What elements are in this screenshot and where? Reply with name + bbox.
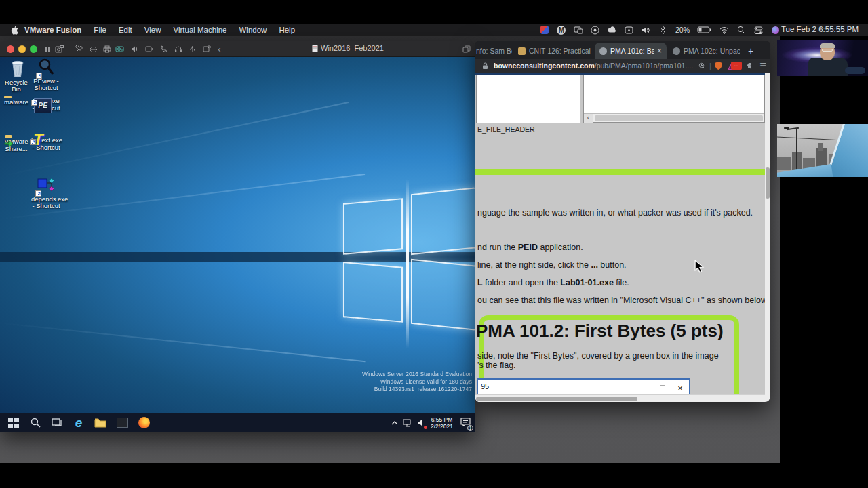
lock-icon[interactable] bbox=[480, 61, 490, 70]
desktop-icon-recycle-bin[interactable]: Recycle Bin bbox=[1, 60, 31, 94]
windows-taskbar[interactable]: e 6:55 PM 2/2/2021 1 bbox=[0, 413, 475, 432]
battery-icon bbox=[697, 25, 712, 35]
printer-icon[interactable] bbox=[102, 44, 112, 54]
cloud-upload-icon[interactable] bbox=[608, 25, 617, 35]
sound-icon[interactable] bbox=[130, 44, 140, 54]
tray-network-icon[interactable] bbox=[403, 419, 412, 427]
pause-vm-icon[interactable] bbox=[42, 44, 52, 54]
settings-wrench-icon[interactable] bbox=[73, 44, 83, 54]
menu-view[interactable]: View bbox=[144, 26, 161, 34]
tray-volume-icon[interactable] bbox=[417, 417, 426, 429]
chrome-window: nfo: Sam Bow CNIT 126: Practical Malwa P… bbox=[475, 41, 770, 402]
menu-window[interactable]: Window bbox=[239, 26, 267, 34]
taskbar-clock[interactable]: 6:55 PM 2/2/2021 bbox=[431, 416, 453, 430]
phone-icon[interactable] bbox=[159, 44, 169, 54]
hard-disk-icon[interactable] bbox=[115, 44, 125, 54]
url-domain[interactable]: bowneconsultingcontent.com bbox=[494, 62, 595, 70]
desktop-icon-peview[interactable]: PEview - Shortcut bbox=[31, 58, 61, 92]
extension-badge-icon[interactable]: ... bbox=[731, 62, 742, 70]
close-button[interactable] bbox=[7, 45, 14, 53]
vmware-window: ‹ Win2016_Feb2021 Recycle Bin bbox=[0, 41, 475, 432]
mac-menubar: VMware Fusion File Edit View Virtual Mac… bbox=[0, 24, 868, 36]
pane-scrollbar[interactable]: ‹ bbox=[584, 113, 764, 122]
menu-virtual-machine[interactable]: Virtual Machine bbox=[173, 26, 226, 34]
battery-percent[interactable]: 20% bbox=[675, 26, 690, 34]
menubar-app-name[interactable]: VMware Fusion bbox=[24, 26, 81, 34]
tab-pma-101c-active[interactable]: PMA 101c: Basic Static × bbox=[595, 43, 667, 59]
dialog-close-icon: × bbox=[675, 384, 685, 392]
recorder-app-icon[interactable] bbox=[540, 25, 549, 35]
vm-doc-icon bbox=[312, 45, 318, 52]
scrollbar-thumb[interactable] bbox=[595, 115, 763, 121]
menu-file[interactable]: File bbox=[94, 26, 106, 34]
task-view-icon[interactable] bbox=[49, 415, 65, 431]
internet-explorer-icon[interactable]: e bbox=[71, 415, 87, 431]
desktop-icon-malware-folder[interactable]: malware bbox=[1, 99, 31, 106]
tab-close-icon[interactable]: × bbox=[657, 46, 662, 56]
tab-cnit-126[interactable]: CNIT 126: Practical Malwa bbox=[513, 43, 593, 59]
dialog-maximize-icon bbox=[658, 384, 667, 392]
play-circle-icon[interactable] bbox=[591, 25, 600, 35]
resize-arrows-icon[interactable] bbox=[88, 44, 98, 54]
malwarebytes-icon[interactable]: M bbox=[557, 25, 566, 35]
lamp-post bbox=[796, 128, 797, 171]
screen: VMware Fusion File Edit View Virtual Mac… bbox=[0, 0, 868, 488]
desktop-icon-vmware-share[interactable]: VMware Share... bbox=[1, 138, 31, 152]
tray-chevron-icon[interactable] bbox=[391, 420, 398, 425]
input-source-icon[interactable] bbox=[625, 25, 634, 35]
fullscreen-icon[interactable] bbox=[461, 44, 471, 54]
green-box-line-2: 's the flag. bbox=[477, 361, 516, 370]
desktop-icon-depends[interactable]: depends.exe - Shortcut bbox=[31, 176, 61, 210]
tab-sam-bowne[interactable]: nfo: Sam Bow bbox=[475, 43, 512, 59]
start-button[interactable] bbox=[5, 415, 22, 431]
ublock-shield-icon[interactable] bbox=[714, 61, 724, 70]
body-line-4: L folder and open the Lab01-01.exe file. bbox=[477, 278, 629, 287]
wifi-icon[interactable] bbox=[719, 25, 729, 35]
control-center-icon[interactable] bbox=[753, 25, 763, 35]
zoom-page-icon[interactable] bbox=[697, 61, 707, 70]
volume-icon[interactable] bbox=[642, 25, 651, 35]
headset-icon[interactable] bbox=[173, 44, 183, 54]
display-mirroring-icon[interactable] bbox=[574, 25, 583, 35]
action-center-icon[interactable]: 1 bbox=[460, 417, 471, 429]
file-explorer-icon[interactable] bbox=[92, 415, 108, 431]
url-path[interactable]: /pub/PMA/pma101a/pma101.... bbox=[595, 62, 693, 70]
desktop-icon-bintext[interactable]: T bintext.exe - Shortcut bbox=[31, 137, 61, 151]
app-window-icon[interactable] bbox=[114, 415, 130, 431]
windows-logo-pane bbox=[411, 259, 475, 333]
spotlight-search-icon[interactable] bbox=[736, 25, 746, 35]
minimize-button[interactable] bbox=[18, 45, 26, 53]
browser-h-scrollbar[interactable] bbox=[475, 394, 765, 402]
pe-header-label: E_FILE_HEADER bbox=[477, 125, 535, 134]
desktop-icon-peid[interactable]: PE PEiD.exe - Shortcut bbox=[31, 98, 61, 112]
bluetooth-icon[interactable] bbox=[658, 25, 668, 35]
menu-help[interactable]: Help bbox=[279, 26, 295, 34]
menubar-clock[interactable]: Tue Feb 2 6:55:55 PM bbox=[781, 25, 859, 33]
browser-menu-icon[interactable]: ☰ bbox=[760, 62, 766, 70]
collapse-toolbar-icon[interactable]: ‹ bbox=[214, 44, 224, 54]
new-tab-icon[interactable]: + bbox=[743, 43, 755, 59]
webcam-city-view bbox=[777, 124, 868, 177]
snapshot-icon[interactable] bbox=[54, 44, 64, 54]
firefox-icon[interactable] bbox=[136, 415, 152, 431]
apple-menu-icon[interactable] bbox=[9, 25, 19, 35]
windows-desktop[interactable]: Recycle Bin PEview - Shortcut malware PE… bbox=[0, 57, 475, 413]
mouse-cursor bbox=[693, 260, 705, 273]
h-scrollbar-thumb[interactable] bbox=[476, 396, 637, 401]
tab-pma-102c[interactable]: PMA 102c: Unpacking (15 bbox=[668, 43, 740, 59]
zoom-button[interactable] bbox=[30, 45, 37, 53]
taskbar-search-icon[interactable] bbox=[27, 415, 43, 431]
extensions-puzzle-icon[interactable] bbox=[745, 61, 754, 70]
usb-icon[interactable] bbox=[187, 44, 197, 54]
scroll-left-icon[interactable]: ‹ bbox=[584, 114, 593, 123]
dialog-minimize-icon bbox=[639, 384, 648, 392]
wallpaper-horizon-band bbox=[0, 252, 475, 262]
vmware-titlebar[interactable]: ‹ Win2016_Feb2021 bbox=[0, 41, 475, 57]
windows-logo-pane bbox=[343, 262, 403, 323]
camera-icon[interactable] bbox=[144, 44, 155, 54]
v-scrollbar-thumb[interactable] bbox=[766, 167, 770, 199]
menu-edit[interactable]: Edit bbox=[119, 26, 132, 34]
edit-share-icon[interactable] bbox=[201, 44, 212, 54]
siri-icon[interactable] bbox=[770, 25, 780, 35]
browser-v-scrollbar[interactable] bbox=[765, 73, 770, 402]
